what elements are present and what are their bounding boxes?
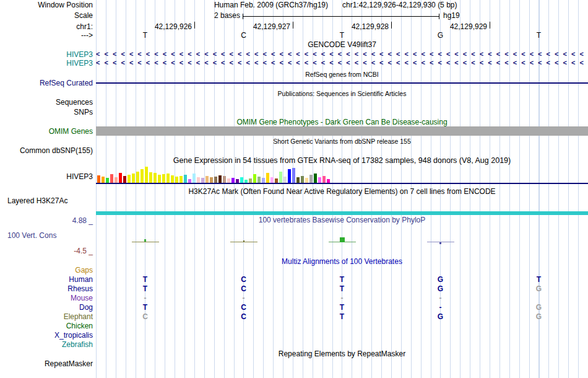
alignment-base[interactable]: G <box>435 275 446 284</box>
alignment-base[interactable]: C <box>140 312 151 321</box>
gtex-tissue-bar <box>162 174 165 183</box>
gtex-tissue-bar <box>197 177 200 183</box>
alignment-base[interactable]: C <box>238 303 249 312</box>
gtex-tissue-bar <box>314 174 317 183</box>
gtex-tissue-bar <box>128 175 131 183</box>
gtex-tissue-bar <box>115 177 118 183</box>
gtex-tissue-bar <box>184 175 187 183</box>
ruler-number[interactable]: 42,129,926 <box>125 22 192 31</box>
gtex-tissue-bar <box>153 173 157 183</box>
gtex-tissue-bar <box>305 178 308 183</box>
reference-base-letter: T <box>140 31 151 40</box>
alignment-base[interactable]: - <box>238 294 249 302</box>
gtex-tissue-bar <box>279 172 282 183</box>
gtex-tissue-bar <box>97 175 100 183</box>
gencode-transcript-row[interactable]: <<<<<<<<<<<<<<<<<<<<<<<<<<<<<<<<<<<<<<<<… <box>96 59 588 67</box>
alignment-base[interactable]: - <box>435 294 446 302</box>
species-label-zebrafish[interactable]: Zebrafish <box>0 340 93 349</box>
ruler-number[interactable]: 42,129,928 <box>322 22 389 31</box>
phylop-baseline-segment[interactable] <box>230 242 257 242</box>
species-label-gaps[interactable]: Gaps <box>0 266 93 275</box>
species-label-chicken[interactable]: Chicken <box>0 322 93 330</box>
ruler-tick <box>293 22 293 29</box>
alignment-base[interactable]: G <box>435 284 446 293</box>
ruler-tick <box>391 22 392 29</box>
gtex-tissue-bar <box>123 176 126 183</box>
gtex-tissue-bar <box>106 178 109 183</box>
gtex-tissue-bar <box>236 179 239 183</box>
gtex-tissue-bar <box>327 179 330 183</box>
reference-base-letter: T <box>534 31 545 40</box>
gtex-tissue-bar <box>301 176 304 183</box>
reference-base-letter: T <box>337 31 348 40</box>
alignment-base[interactable]: T <box>140 284 151 293</box>
gtex-tissue-bar <box>223 176 226 183</box>
ucsc-genome-browser: Window Position Human Feb. 2009 (GRCh37/… <box>0 0 588 378</box>
species-label-elephant[interactable]: Elephant <box>0 312 93 321</box>
gtex-tissue-bar <box>179 176 183 183</box>
ruler-number[interactable]: 42,129,927 <box>223 22 290 31</box>
gencode-transcript-row[interactable]: <<<<<<<<<<<<<<<<<<<<<<<<<<<<<<<<<<<<<<<<… <box>96 50 588 58</box>
alignment-base[interactable]: G <box>435 312 446 321</box>
gtex-tissue-bar <box>296 177 300 183</box>
gtex-tissue-bar <box>166 174 170 183</box>
gtex-tissue-bar <box>322 176 326 183</box>
phylop-baseline-segment[interactable] <box>132 242 159 242</box>
alignment-base[interactable]: - <box>140 294 151 302</box>
species-label-rhesus[interactable]: Rhesus <box>0 284 93 293</box>
alignment-base[interactable]: T <box>337 284 348 293</box>
track-content-area: 42,129,92642,129,92742,129,92842,129,929… <box>96 0 588 378</box>
gtex-tissue-bar <box>275 178 278 183</box>
species-label-human[interactable]: Human <box>0 275 93 284</box>
gtex-tissue-bar <box>244 180 248 183</box>
alignment-base[interactable]: T <box>337 275 348 284</box>
species-label-x_tropicalis[interactable]: X_tropicalis <box>0 331 93 340</box>
alignment-base[interactable]: G <box>534 312 545 321</box>
alignment-base[interactable]: T <box>534 275 545 284</box>
gtex-tissue-bar <box>309 175 313 183</box>
gtex-tissue-bar <box>270 177 274 183</box>
phylop-tick <box>439 242 441 244</box>
gtex-tissue-bar <box>141 169 144 183</box>
gtex-tissue-bar <box>136 172 139 183</box>
species-label-dog[interactable]: Dog <box>0 303 93 312</box>
gtex-tissue-bar <box>240 177 243 183</box>
phylop-tick <box>243 240 244 242</box>
gtex-tissue-bar <box>158 175 161 183</box>
gtex-tissue-bar <box>218 175 222 183</box>
gtex-tissue-bar <box>231 178 235 183</box>
alignment-base[interactable]: T <box>140 303 151 312</box>
gtex-tissue-bar <box>266 173 269 183</box>
alignment-base[interactable]: - <box>435 303 446 312</box>
gtex-tissue-bar <box>201 178 204 183</box>
gtex-tissue-bar <box>132 174 135 183</box>
species-label-mouse[interactable]: Mouse <box>0 294 93 302</box>
alignment-base[interactable]: T <box>337 303 348 312</box>
alignment-base[interactable]: T <box>140 275 151 284</box>
gtex-tissue-bar <box>188 179 191 183</box>
gtex-tissue-bar <box>149 172 152 183</box>
gtex-tissue-bar <box>227 178 230 183</box>
gtex-tissue-bar <box>288 169 291 183</box>
ruler-tick <box>490 22 490 29</box>
alignment-base[interactable]: G <box>534 284 545 293</box>
alignment-base[interactable]: - <box>337 294 348 302</box>
alignment-base[interactable]: T <box>337 312 348 321</box>
gtex-tissue-bar <box>192 174 196 183</box>
gtex-bar-chart[interactable] <box>97 164 332 183</box>
alignment-base[interactable]: C <box>238 275 249 284</box>
gtex-tissue-bar <box>110 174 113 183</box>
gtex-tissue-bar <box>292 168 295 183</box>
gtex-tissue-bar <box>210 177 213 183</box>
gtex-tissue-bar <box>175 177 178 183</box>
alignment-base[interactable]: C <box>238 284 249 293</box>
gtex-tissue-bar <box>205 176 209 183</box>
ruler-number[interactable]: 42,129,929 <box>420 22 487 31</box>
alignment-base[interactable]: G <box>534 303 545 312</box>
alignment-base[interactable]: C <box>238 312 249 321</box>
gtex-tissue-bar <box>249 178 252 183</box>
gtex-tissue-bar <box>253 174 256 183</box>
gtex-tissue-bar <box>283 177 287 183</box>
gtex-tissue-bar <box>262 178 265 183</box>
gtex-tissue-bar <box>145 167 148 183</box>
